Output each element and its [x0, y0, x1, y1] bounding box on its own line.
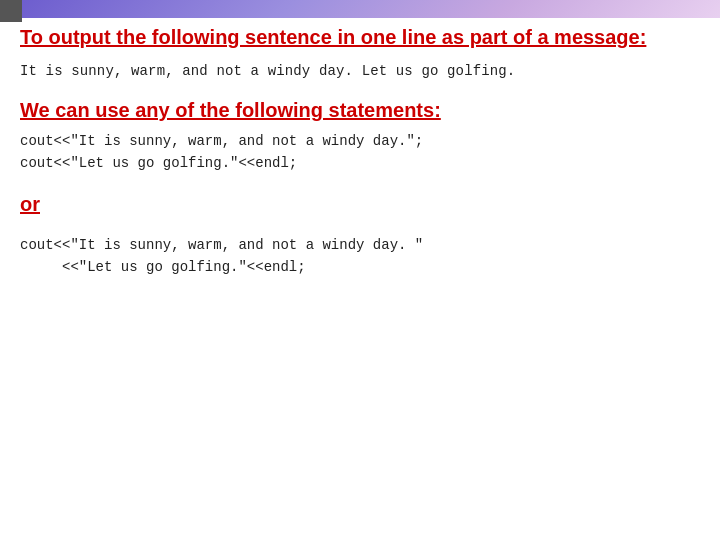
section2-title: We can use any of the following statemen… [20, 99, 700, 122]
top-decorative-bar [0, 0, 720, 18]
corner-decoration [0, 0, 22, 22]
section1-title: To output the following sentence in one … [20, 24, 700, 51]
code-line-4: <<"Let us go golfing."<<endl; [20, 256, 700, 278]
code-block-1: cout<<"It is sunny, warm, and not a wind… [20, 130, 700, 175]
code-line-1: cout<<"It is sunny, warm, and not a wind… [20, 130, 700, 152]
main-content: To output the following sentence in one … [20, 24, 700, 530]
code-line-2: cout<<"Let us go golfing."<<endl; [20, 152, 700, 174]
or-label: or [20, 193, 700, 216]
code-line-3: cout<<"It is sunny, warm, and not a wind… [20, 234, 700, 256]
code-block-2: cout<<"It is sunny, warm, and not a wind… [20, 234, 700, 279]
sentence-output: It is sunny, warm, and not a windy day. … [20, 63, 700, 79]
